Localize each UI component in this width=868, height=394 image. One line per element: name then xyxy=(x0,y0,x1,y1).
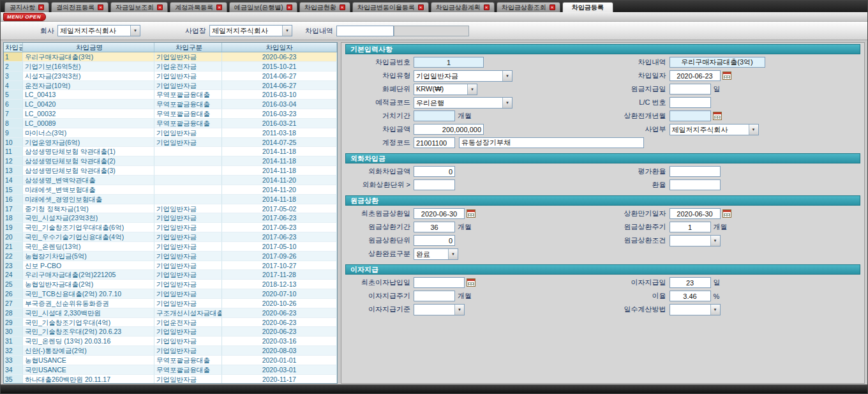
chevron-down-icon[interactable]: ▼ xyxy=(710,236,720,246)
table-row[interactable]: 11삼성생명단체보험 약관대출(1)2014-11-18 xyxy=(4,147,337,156)
lc-number-input[interactable] xyxy=(670,97,711,108)
table-row[interactable]: 8LC_00089무역포괄금융대출2016-03-21 xyxy=(4,119,337,128)
repay-complete-select[interactable]: 완료 ▼ xyxy=(414,248,458,260)
repay-unit-input[interactable]: 0 xyxy=(414,235,455,246)
principal-pay-day-input[interactable] xyxy=(670,84,711,95)
loan-desc-filter-input[interactable] xyxy=(336,26,394,36)
table-row[interactable]: 35하나대출260백만원 20.11.17기업일반자금2020-11-17 xyxy=(4,375,337,383)
repay-cycle-input[interactable]: 1 xyxy=(670,222,711,232)
table-row[interactable]: 26국민_TCB신용대출(2억) 20.7.10기업일반자금2020-07-10 xyxy=(4,289,337,299)
calendar-icon[interactable] xyxy=(722,209,731,218)
table-row[interactable]: 32신한(-)통장예금(2억)기업일반자금2020-08-03 xyxy=(4,346,337,356)
table-row[interactable]: 34국민USANCE무역포괄금융대출2020-03-01 xyxy=(4,365,337,375)
interest-rate-input[interactable]: 3.46 xyxy=(670,291,711,301)
fx-amount-input[interactable]: 0 xyxy=(414,166,455,177)
tab-4[interactable]: 계정과목등록× xyxy=(170,2,227,12)
chevron-down-icon[interactable]: ▼ xyxy=(130,26,140,36)
table-row[interactable]: 6LC_00420무역포괄금융대출2016-03-04 xyxy=(4,100,337,109)
account-code-input[interactable]: 21001100 xyxy=(414,137,455,148)
repay-condition-select[interactable]: ▼ xyxy=(670,235,721,246)
chevron-down-icon[interactable]: ▼ xyxy=(502,71,512,81)
maturity-date-input[interactable]: 2020-06-30 xyxy=(670,208,721,219)
currency-select[interactable]: KRW(₩) ▼ xyxy=(414,84,477,95)
loan-date-input[interactable]: 2020-06-23 xyxy=(670,70,721,81)
division-select[interactable]: 제일저지주식회사 ▼ xyxy=(670,124,759,135)
chevron-down-icon[interactable]: ▼ xyxy=(749,125,758,135)
tab-close-icon[interactable]: × xyxy=(157,4,163,10)
table-row[interactable]: 33농협USANCE무역포괄금융대출2020-01-01 xyxy=(4,356,337,365)
table-row[interactable]: 10기업운영자금(6억)기업일반자금2014-07-25 xyxy=(4,138,337,148)
table-row[interactable]: 29국민_기술창조기업우대(4억)기업운전자금2020-06-23 xyxy=(4,318,337,328)
loan-number-input[interactable]: 1 xyxy=(414,57,484,68)
interest-cycle-input[interactable] xyxy=(414,291,455,301)
table-row[interactable]: 4운전자금(10억)기업일반자금2014-06-27 xyxy=(4,81,337,91)
calendar-icon[interactable] xyxy=(713,112,722,120)
table-row[interactable]: 5LC_00413무역포괄금융대출2016-03-10 xyxy=(4,90,337,100)
tab-9[interactable]: 차입금상환조회× xyxy=(497,2,560,12)
chevron-down-icon[interactable]: ▼ xyxy=(502,98,512,108)
chevron-down-icon[interactable]: ▼ xyxy=(454,305,464,315)
tab-8[interactable]: 차입금상환계획× xyxy=(431,2,495,12)
menu-open-button[interactable]: MENU OPEN xyxy=(3,13,46,21)
table-row[interactable]: 20국민_우수기술기업신용대출(4억)기업일반자금2017-06-23 xyxy=(4,232,337,242)
deposit-code-select[interactable]: 우리은행 ▼ xyxy=(414,97,513,109)
table-row[interactable]: 31국민_온렌딩 (13억) 20.03.16기업일반자금2020-03-16 xyxy=(4,337,337,346)
tab-close-icon[interactable]: × xyxy=(38,4,44,10)
exchange-rate-input[interactable] xyxy=(670,179,721,190)
calendar-icon[interactable] xyxy=(722,72,731,80)
loan-amount-input[interactable]: 200,000,000 xyxy=(414,124,484,135)
table-row[interactable]: 25농협일반자금대출(2억)기업일반자금2018-12-13 xyxy=(4,280,337,289)
calendar-icon[interactable] xyxy=(467,278,475,287)
table-row[interactable]: 30국민_기술창조우대(2억) 20.6.23기업일반자금2020-06-23 xyxy=(4,327,337,337)
table-row[interactable]: 28국민_시설대 2,330백만원구조개선시설자금대출2020-06-23 xyxy=(4,308,337,318)
chevron-down-icon[interactable]: ▼ xyxy=(467,84,477,95)
tab-2[interactable]: 결의전표등록× xyxy=(51,2,108,12)
site-select[interactable]: 제일저지주식회사 ▼ xyxy=(209,25,292,36)
repay-period-input[interactable]: 36 xyxy=(414,222,455,232)
table-row[interactable]: 23신보 P-CBO기업일반자금2017-10-27 xyxy=(4,261,337,271)
table-row[interactable]: 2기업기보(16억5천)기업운전자금2015-10-21 xyxy=(4,62,337,72)
table-row[interactable]: 22농협장기차입금(5억)기업일반자금2017-09-26 xyxy=(4,252,337,261)
first-principal-date-input[interactable]: 2020-06-30 xyxy=(414,208,465,219)
table-row[interactable]: 16미래에셋_경영인보험대출2014-11-18 xyxy=(4,195,337,204)
loan-type-select[interactable]: 기업일반자금 ▼ xyxy=(414,70,513,82)
table-row[interactable]: 9마이너스(3억)기업일반자금2011-03-18 xyxy=(4,128,337,138)
table-row[interactable]: 13삼성생명단체보험 약관대출(3)2014-11-18 xyxy=(4,166,337,176)
fx-repay-unit-input[interactable] xyxy=(414,179,455,190)
account-name-input[interactable]: 유동성장기부채 xyxy=(459,137,644,148)
tab-6[interactable]: 차입금현황× xyxy=(299,2,350,12)
tab-close-icon[interactable]: × xyxy=(550,4,555,10)
table-row[interactable]: 3시설자금(23억3천)기업일반자금2014-06-27 xyxy=(4,72,337,81)
table-row[interactable]: 12삼성생명단체보험 약관대출(2)2014-11-18 xyxy=(4,156,337,166)
loan-desc-input[interactable]: 우리구매자금대출(3억) xyxy=(670,57,765,68)
table-row[interactable]: 21국민_온렌딩(13억)기업일반자금2017-05-10 xyxy=(4,242,337,252)
table-row[interactable]: 1우리구매자금대출(3억)기업일반자금2020-06-23 xyxy=(4,52,337,62)
table-row[interactable]: 15미래에셋_변액보험대출2014-11-20 xyxy=(4,185,337,195)
chevron-down-icon[interactable]: ▼ xyxy=(282,26,292,36)
tab-close-icon[interactable]: × xyxy=(484,4,490,10)
eval-rate-input[interactable] xyxy=(670,166,721,177)
table-row[interactable]: 27부국증권_선순위유동화증권기업일반자금2020-10-26 xyxy=(4,299,337,308)
calendar-icon[interactable] xyxy=(467,209,475,218)
tab-close-icon[interactable]: × xyxy=(98,4,103,10)
interest-pay-day-input[interactable]: 23 xyxy=(670,277,711,288)
tab-3[interactable]: 자금일보조회× xyxy=(110,2,168,12)
interest-basis-select[interactable]: ▼ xyxy=(414,304,465,315)
grace-period-input[interactable] xyxy=(414,110,455,121)
table-row[interactable]: 14삼성생명_변액약관대출2014-11-20 xyxy=(4,176,337,185)
chevron-down-icon[interactable]: ▼ xyxy=(448,249,458,259)
company-select[interactable]: 제일저지주식회사 ▼ xyxy=(57,25,140,36)
table-row[interactable]: 18국민_시설자금(23억3천)기업일반자금2017-06-23 xyxy=(4,213,337,223)
chevron-down-icon[interactable]: ▼ xyxy=(710,305,720,315)
day-count-method-select[interactable]: ▼ xyxy=(670,304,721,315)
tab-close-icon[interactable]: × xyxy=(340,4,345,10)
tab-close-icon[interactable]: × xyxy=(287,4,292,10)
tab-close-icon[interactable]: × xyxy=(216,4,222,10)
table-row[interactable]: 17중기청 정책자금(1억)기업일반자금2017-05-02 xyxy=(4,204,337,214)
tab-5[interactable]: 예금일보(은행별)× xyxy=(229,2,297,12)
tab-7[interactable]: 차입금변동이율등록× xyxy=(352,2,429,12)
tab-10[interactable]: 차입금등록 xyxy=(562,2,613,12)
table-row[interactable]: 7LC_00032무역포괄금융대출2016-03-23 xyxy=(4,109,337,119)
first-interest-date-input[interactable] xyxy=(414,277,465,288)
tab-1[interactable]: 공지사항× xyxy=(4,2,49,12)
